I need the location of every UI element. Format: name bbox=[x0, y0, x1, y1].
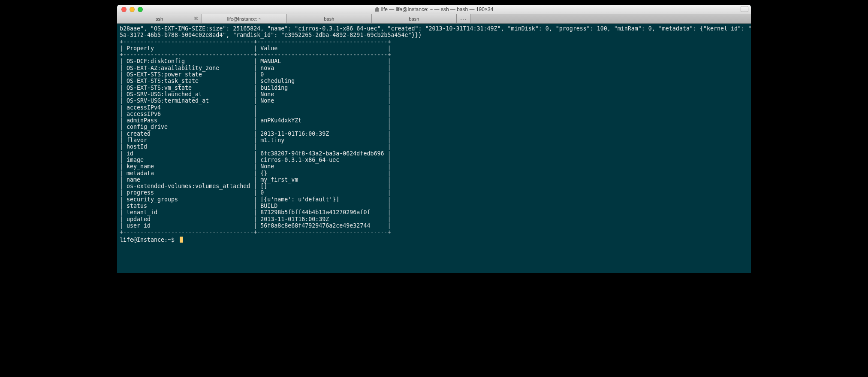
minimize-icon[interactable] bbox=[130, 7, 135, 12]
output-json-line: b28aae", "OS-EXT-IMG-SIZE:size": 2516582… bbox=[120, 25, 751, 32]
window-title-text: life — life@Instance: ~ — ssh — bash — 1… bbox=[381, 6, 494, 12]
output-json-line: 5a-3172-46b5-b788-5004e02e8ad4", "ramdis… bbox=[120, 32, 422, 38]
tab-ssh[interactable]: ssh ⌘ bbox=[117, 14, 202, 23]
close-icon[interactable] bbox=[121, 7, 127, 12]
table-row: | OS-SRV-USG:launched_at | None | bbox=[120, 91, 391, 97]
terminal-viewport[interactable]: b28aae", "OS-EXT-IMG-SIZE:size": 2516582… bbox=[117, 24, 751, 273]
table-row: | updated | 2013-11-01T16:00:39Z | bbox=[120, 216, 391, 222]
cursor-icon bbox=[180, 237, 183, 243]
table-header: | Property | Value | bbox=[120, 45, 391, 52]
tab-label: ssh bbox=[156, 16, 163, 21]
home-icon bbox=[375, 7, 380, 12]
table-row: | image | cirros-0.3.1-x86_64-uec | bbox=[120, 157, 391, 163]
table-row: | OS-EXT-STS:task_state | scheduling | bbox=[120, 78, 391, 84]
tab-bar: ssh ⌘ life@Instance: ~ bash bash ··· bbox=[117, 14, 751, 24]
tab-label: life@Instance: ~ bbox=[227, 16, 261, 21]
table-row: | progress | 0 | bbox=[120, 189, 391, 196]
table-row: | hostId | | bbox=[120, 143, 391, 150]
table-border: +--------------------------------------+… bbox=[120, 52, 391, 58]
table-row: | key_name | None | bbox=[120, 163, 391, 170]
table-row: | created | 2013-11-01T16:00:39Z | bbox=[120, 131, 391, 137]
table-row: | adminPass | anPKu4dxkYZt | bbox=[120, 117, 391, 124]
table-row: | flavor | m1.tiny | bbox=[120, 137, 391, 143]
table-row: | user_id | 56f8a8c8e68f47929476a2ce49e3… bbox=[120, 222, 391, 229]
window-title: life — life@Instance: ~ — ssh — bash — 1… bbox=[117, 6, 751, 12]
tab-overflow-button[interactable]: ··· bbox=[457, 14, 470, 23]
tab-bar-spacer bbox=[470, 14, 751, 23]
table-row: | OS-EXT-STS:power_state | 0 | bbox=[120, 71, 391, 78]
table-border: +--------------------------------------+… bbox=[120, 39, 391, 45]
tab-label: bash bbox=[324, 16, 335, 21]
table-row: | config_drive | | bbox=[120, 124, 391, 130]
table-row: | accessIPv4 | | bbox=[120, 104, 391, 111]
table-row: | OS-EXT-STS:vm_state | building | bbox=[120, 85, 391, 91]
table-row: | accessIPv6 | | bbox=[120, 111, 391, 117]
zoom-icon[interactable] bbox=[138, 7, 143, 12]
table-border: +--------------------------------------+… bbox=[120, 229, 391, 235]
table-row: | OS-EXT-AZ:availability_zone | nova | bbox=[120, 65, 391, 71]
table-row: | name | my_first_vm | bbox=[120, 176, 391, 183]
tab-bash-1[interactable]: bash bbox=[287, 14, 372, 23]
titlebar: life — life@Instance: ~ — ssh — bash — 1… bbox=[117, 5, 751, 14]
fullscreen-button[interactable] bbox=[741, 6, 748, 12]
terminal-window: life — life@Instance: ~ — ssh — bash — 1… bbox=[117, 5, 751, 273]
table-row: | status | BUILD | bbox=[120, 203, 391, 209]
table-row: | os-extended-volumes:volumes_attached |… bbox=[120, 183, 391, 189]
table-row: | id | 6fc38207-94f8-43a2-ba3a-0624dfedb… bbox=[120, 150, 391, 157]
table-row: | OS-DCF:diskConfig | MANUAL | bbox=[120, 58, 391, 64]
tab-bash-2[interactable]: bash bbox=[372, 14, 457, 23]
prompt-text: life@Instance:~$ bbox=[120, 237, 178, 243]
table-row: | tenant_id | 873298b5fbff44b4b13a412702… bbox=[120, 209, 391, 216]
tab-life-instance[interactable]: life@Instance: ~ bbox=[202, 14, 287, 23]
table-row: | OS-SRV-USG:terminated_at | None | bbox=[120, 97, 391, 104]
table-row: | metadata | {} | bbox=[120, 170, 391, 176]
tab-aux-icon: ⌘ bbox=[193, 16, 198, 21]
tab-label: bash bbox=[409, 16, 419, 21]
table-row: | security_groups | [{u'name': u'default… bbox=[120, 196, 391, 203]
prompt-line[interactable]: life@Instance:~$ bbox=[120, 237, 748, 243]
traffic-lights bbox=[121, 7, 143, 12]
